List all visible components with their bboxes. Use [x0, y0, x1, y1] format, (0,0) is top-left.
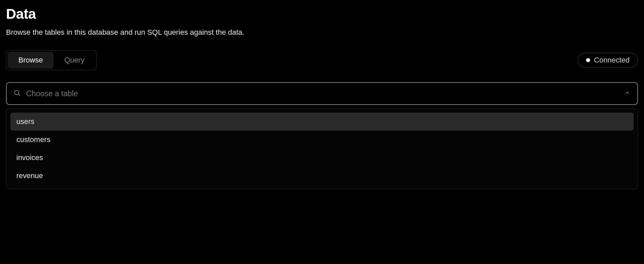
chevron-up-icon[interactable]: [624, 90, 631, 98]
table-select: users customers invoices revenue: [6, 82, 638, 189]
table-select-input[interactable]: [26, 89, 619, 98]
toolbar-row: Browse Query Connected: [6, 50, 638, 70]
table-select-trigger[interactable]: [6, 82, 638, 105]
page-description: Browse the tables in this database and r…: [6, 28, 638, 37]
svg-line-1: [18, 94, 20, 96]
tab-browse[interactable]: Browse: [8, 52, 54, 69]
table-option-invoices[interactable]: invoices: [10, 149, 634, 167]
search-icon: [13, 89, 21, 98]
connection-status-label: Connected: [594, 56, 630, 64]
table-option-users[interactable]: users: [10, 113, 634, 131]
table-dropdown: users customers invoices revenue: [6, 108, 638, 189]
connection-status: Connected: [578, 53, 638, 68]
tabs: Browse Query: [6, 50, 97, 70]
page-title: Data: [6, 6, 638, 22]
table-option-customers[interactable]: customers: [10, 131, 634, 149]
status-dot-icon: [586, 58, 590, 62]
table-option-revenue[interactable]: revenue: [10, 167, 634, 185]
tab-query[interactable]: Query: [54, 52, 95, 69]
svg-point-0: [15, 91, 19, 95]
